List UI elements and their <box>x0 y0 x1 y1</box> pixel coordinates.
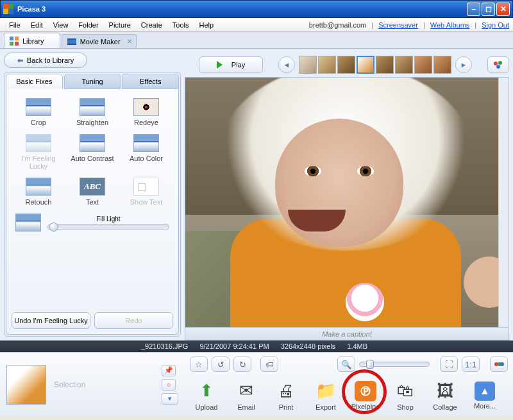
tag-button[interactable]: 🏷 <box>260 357 278 372</box>
status-dimensions: 3264x2448 pixels <box>281 342 336 350</box>
showtext-icon <box>133 178 159 196</box>
text-icon: ABC <box>80 178 105 196</box>
selection-thumb[interactable] <box>6 365 46 405</box>
prev-photo-button[interactable]: ◄ <box>278 56 295 73</box>
actual-size-button[interactable]: 1:1 <box>462 357 480 372</box>
pixelpipe-button[interactable]: ℗Pixelpipe <box>349 381 382 410</box>
rotate-right-button[interactable]: ↻ <box>233 357 251 372</box>
thumb-3[interactable] <box>337 56 355 74</box>
menu-folder[interactable]: Folder <box>73 20 103 30</box>
tool-feeling-lucky[interactable]: I'm Feeling Lucky <box>13 134 63 170</box>
status-date: 9/21/2007 9:24:41 PM <box>199 342 269 350</box>
selection-tray: Selection 📌 ○ ▾ <box>0 353 185 416</box>
tool-crop[interactable]: Crop <box>13 98 63 126</box>
menu-file[interactable]: File <box>4 20 26 30</box>
subtab-basic-fixes[interactable]: Basic Fixes <box>6 74 63 89</box>
menu-tools[interactable]: Tools <box>167 20 194 30</box>
thumb-7[interactable] <box>414 56 432 74</box>
hold-button[interactable]: 📌 <box>162 365 176 376</box>
menu-picture[interactable]: Picture <box>104 20 136 30</box>
fill-light-slider[interactable] <box>47 224 169 230</box>
status-bar: _9210316.JPG 9/21/2007 9:24:41 PM 3264x2… <box>0 340 513 352</box>
zoom-knob[interactable] <box>366 360 374 369</box>
shop-icon: 🛍 <box>393 380 417 402</box>
svg-point-12 <box>500 362 504 366</box>
color-picker-button[interactable] <box>487 56 509 73</box>
rotate-left-button[interactable]: ↺ <box>212 357 230 372</box>
tab-movie-maker-label: Movie Maker <box>80 38 121 46</box>
bottom-panel: Selection 📌 ○ ▾ ☆ ↺ ↻ 🏷 🔍 ⛶ 1:1 ⬆Upload … <box>0 352 513 416</box>
tab-movie-maker[interactable]: Movie Maker ✕ <box>62 34 137 48</box>
email-icon: ✉ <box>234 380 258 402</box>
thumb-4-selected[interactable] <box>357 56 374 74</box>
menu-create[interactable]: Create <box>136 20 167 30</box>
thumb-5[interactable] <box>376 56 394 74</box>
slider-knob[interactable] <box>49 223 58 231</box>
picasa-icon <box>3 4 13 14</box>
svg-point-7 <box>494 62 498 65</box>
photo-nav-row: Play ◄ ► <box>185 53 509 77</box>
tool-redeye[interactable]: Redeye <box>121 98 171 126</box>
histogram-button[interactable] <box>490 357 508 372</box>
email-button[interactable]: ✉Email <box>230 380 263 411</box>
next-photo-button[interactable]: ► <box>455 56 472 73</box>
subtab-tuning[interactable]: Tuning <box>64 74 121 89</box>
upload-button[interactable]: ⬆Upload <box>190 380 223 411</box>
shop-button[interactable]: 🛍Shop <box>389 380 422 411</box>
close-tab-icon[interactable]: ✕ <box>127 38 132 45</box>
close-button[interactable]: ✕ <box>496 3 510 16</box>
star-button[interactable]: ☆ <box>190 357 208 372</box>
link-screensaver[interactable]: Screensaver <box>378 21 418 29</box>
tool-text[interactable]: ABCText <box>67 178 117 206</box>
thumb-6[interactable] <box>395 56 413 74</box>
collage-button[interactable]: 🖼Collage <box>428 380 462 411</box>
thumb-1[interactable] <box>299 56 317 74</box>
collage-icon: 🖼 <box>433 380 457 402</box>
menu-bar: File Edit View Folder Picture Create Too… <box>0 18 513 32</box>
more-icon: ▲ <box>475 382 495 401</box>
main-photo-viewport[interactable] <box>185 77 509 328</box>
pixelpipe-icon: ℗ <box>355 381 376 401</box>
thumb-2[interactable] <box>318 56 336 74</box>
caption-input[interactable]: Make a caption! <box>185 328 509 340</box>
link-sign-out[interactable]: Sign Out <box>482 21 509 29</box>
tool-auto-contrast[interactable]: Auto Contrast <box>67 134 117 170</box>
svg-rect-6 <box>67 44 76 45</box>
upload-icon: ⬆ <box>194 380 219 402</box>
vertical-scrollbar[interactable] <box>498 78 509 327</box>
tool-retouch[interactable]: Retouch <box>13 178 63 206</box>
back-to-library-button[interactable]: ⬅ Back to Library <box>4 53 87 68</box>
maximize-button[interactable]: ◻ <box>482 3 495 16</box>
print-icon: 🖨 <box>274 380 298 402</box>
zoom-slider[interactable] <box>359 362 430 367</box>
export-button[interactable]: 📁Export <box>309 380 342 411</box>
svg-rect-1 <box>15 37 19 40</box>
tab-library[interactable]: Library <box>4 33 60 48</box>
menu-help[interactable]: Help <box>194 20 219 30</box>
undo-button[interactable]: Undo I'm Feeling Lucky <box>12 312 90 329</box>
svg-rect-2 <box>10 42 13 46</box>
menu-view[interactable]: View <box>48 20 74 30</box>
add-to-button[interactable]: ▾ <box>162 393 178 405</box>
more-button[interactable]: ▲More... <box>468 382 501 410</box>
zoom-fit-button[interactable]: 🔍 <box>337 357 355 372</box>
fit-screen-button[interactable]: ⛶ <box>440 357 458 372</box>
histogram-icon <box>494 360 504 368</box>
export-icon: 📁 <box>314 380 338 402</box>
redo-button: Redo <box>94 312 173 329</box>
minimize-button[interactable]: – <box>467 3 480 16</box>
thumb-8[interactable] <box>433 56 451 74</box>
user-email: brettb@gmail.com <box>309 21 366 29</box>
svg-point-9 <box>496 65 500 69</box>
link-web-albums[interactable]: Web Albums <box>430 21 470 29</box>
subtab-effects[interactable]: Effects <box>122 74 179 89</box>
menu-edit[interactable]: Edit <box>26 20 48 30</box>
tool-auto-color[interactable]: Auto Color <box>121 134 171 170</box>
lucky-icon <box>26 134 51 152</box>
play-button[interactable]: Play <box>199 56 263 73</box>
print-button[interactable]: 🖨Print <box>269 380 303 411</box>
clear-button[interactable]: ○ <box>162 379 176 391</box>
svg-rect-5 <box>67 38 76 40</box>
tool-straighten[interactable]: Straighten <box>67 98 117 126</box>
tab-library-label: Library <box>22 37 44 45</box>
